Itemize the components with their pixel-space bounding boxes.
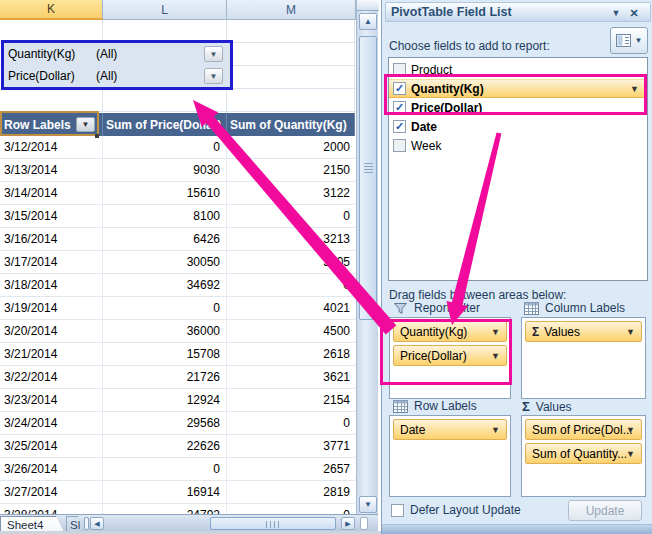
filter-dropdown-button[interactable]: ▼ xyxy=(204,46,223,62)
field-checkbox[interactable] xyxy=(393,139,406,152)
price-cell[interactable]: 22626 xyxy=(103,435,227,457)
field-item-week[interactable]: Week xyxy=(389,136,647,155)
date-cell[interactable]: 3/18/2014 xyxy=(0,274,103,296)
quantity-cell[interactable]: 2150 xyxy=(227,159,355,181)
vertical-scroll-thumb[interactable] xyxy=(359,36,377,320)
field-item-product[interactable]: Product xyxy=(389,60,647,79)
date-cell[interactable]: 3/13/2014 xyxy=(0,159,103,181)
quantity-cell[interactable]: 2154 xyxy=(227,389,355,411)
price-cell[interactable]: 6426 xyxy=(103,228,227,250)
date-cell[interactable]: 3/12/2014 xyxy=(0,136,103,158)
quantity-cell[interactable]: 0 xyxy=(227,274,355,296)
date-cell[interactable]: 3/27/2014 xyxy=(0,481,103,503)
chevron-down-icon[interactable]: ▼ xyxy=(491,425,500,435)
vertical-scrollbar[interactable]: ▲ ▼ xyxy=(356,0,378,514)
field-checkbox[interactable] xyxy=(393,63,406,76)
date-cell[interactable]: 3/19/2014 xyxy=(0,297,103,319)
quantity-cell[interactable]: 4500 xyxy=(227,320,355,342)
quantity-cell[interactable]: 0 xyxy=(227,205,355,227)
quantity-cell[interactable]: 4021 xyxy=(227,297,355,319)
close-button[interactable]: ✕ xyxy=(626,6,642,20)
date-cell[interactable]: 3/22/2014 xyxy=(0,366,103,388)
update-button[interactable]: Update xyxy=(568,500,642,521)
chevron-down-icon[interactable]: ▼ xyxy=(626,449,635,459)
field-item-price-dollar-[interactable]: ✓Price(Dollar) xyxy=(389,98,647,117)
chevron-down-icon[interactable]: ▼ xyxy=(491,327,500,337)
area-field-button-sum-of-quantity-[interactable]: Sum of Quantity...▼ xyxy=(525,443,642,464)
report-filter-area[interactable]: Quantity(Kg)▼Price(Dollar)▼ xyxy=(389,317,511,399)
area-field-button-quantity-kg-[interactable]: Quantity(Kg)▼ xyxy=(393,321,507,342)
price-cell[interactable]: 8100 xyxy=(103,205,227,227)
area-field-button-price-dollar-[interactable]: Price(Dollar)▼ xyxy=(393,345,507,366)
field-checkbox[interactable]: ✓ xyxy=(393,82,406,95)
column-header-l[interactable]: L xyxy=(103,0,227,20)
field-list-layout-button[interactable]: ▼ xyxy=(610,27,648,54)
quantity-cell[interactable]: 0 xyxy=(227,412,355,434)
date-cell[interactable]: 3/20/2014 xyxy=(0,320,103,342)
price-cell[interactable]: 15610 xyxy=(103,182,227,204)
scroll-right-button[interactable]: ▶ xyxy=(341,517,355,530)
horizontal-scroll-thumb[interactable] xyxy=(210,517,336,530)
price-cell[interactable]: 29568 xyxy=(103,412,227,434)
quantity-cell[interactable]: 3122 xyxy=(227,182,355,204)
defer-checkbox[interactable] xyxy=(391,504,404,517)
scroll-up-button[interactable]: ▲ xyxy=(359,13,377,30)
chevron-down-icon[interactable]: ▼ xyxy=(626,327,635,337)
date-cell[interactable]: 3/16/2014 xyxy=(0,228,103,250)
area-field-button-values[interactable]: ΣValues▼ xyxy=(525,321,642,342)
column-labels-area[interactable]: ΣValues▼ xyxy=(521,317,646,399)
quantity-cell[interactable]: 2819 xyxy=(227,481,355,503)
values-area[interactable]: Sum of Price(Dol...▼Sum of Quantity...▼ xyxy=(521,415,646,497)
quantity-cell[interactable]: 3213 xyxy=(227,228,355,250)
quantity-cell[interactable]: 2000 xyxy=(227,136,355,158)
quantity-cell[interactable]: 2618 xyxy=(227,343,355,365)
date-cell[interactable]: 3/24/2014 xyxy=(0,412,103,434)
price-cell[interactable]: 36000 xyxy=(103,320,227,342)
pane-title-bar[interactable]: PivotTable Field List ▼ ✕ xyxy=(385,2,651,22)
scroll-left-button[interactable]: ◀ xyxy=(90,517,104,530)
price-cell[interactable]: 0 xyxy=(103,458,227,480)
sheet-tab-next[interactable]: Sl xyxy=(66,516,83,532)
price-cell[interactable]: 15708 xyxy=(103,343,227,365)
field-item-date[interactable]: ✓Date xyxy=(389,117,647,136)
quantity-cell[interactable]: 3771 xyxy=(227,435,355,457)
sheet-tab-sheet4[interactable]: Sheet4 xyxy=(0,516,64,532)
fill-handle[interactable] xyxy=(95,134,99,138)
price-cell[interactable]: 9030 xyxy=(103,159,227,181)
area-field-button-date[interactable]: Date▼ xyxy=(393,419,507,440)
price-cell[interactable]: 12924 xyxy=(103,389,227,411)
sum-quantity-header[interactable]: Sum of Quantity(Kg) xyxy=(227,113,355,136)
field-checkbox[interactable]: ✓ xyxy=(393,101,406,114)
area-field-button-sum-of-price-dol-[interactable]: Sum of Price(Dol...▼ xyxy=(525,419,642,440)
quantity-cell[interactable]: 3621 xyxy=(227,366,355,388)
split-handle[interactable] xyxy=(357,0,379,11)
date-cell[interactable]: 3/26/2014 xyxy=(0,458,103,480)
field-item-quantity-kg-[interactable]: ✓Quantity(Kg)▼ xyxy=(389,79,647,98)
row-labels-area[interactable]: Date▼ xyxy=(389,415,511,497)
date-cell[interactable]: 3/17/2014 xyxy=(0,251,103,273)
column-header-k[interactable]: K xyxy=(0,0,103,20)
tab-split-handle[interactable] xyxy=(84,517,89,530)
chevron-down-icon[interactable]: ▼ xyxy=(630,84,639,94)
chevron-down-icon[interactable]: ▼ xyxy=(626,425,635,435)
price-cell[interactable]: 21726 xyxy=(103,366,227,388)
filter-dropdown-button[interactable]: ▼ xyxy=(204,68,223,84)
date-cell[interactable]: 3/15/2014 xyxy=(0,205,103,227)
price-cell[interactable]: 34692 xyxy=(103,274,227,296)
date-cell[interactable]: 3/14/2014 xyxy=(0,182,103,204)
date-cell[interactable]: 3/25/2014 xyxy=(0,435,103,457)
price-cell[interactable]: 0 xyxy=(103,136,227,158)
date-cell[interactable]: 3/23/2014 xyxy=(0,389,103,411)
quantity-cell[interactable]: 2657 xyxy=(227,458,355,480)
price-cell[interactable]: 16914 xyxy=(103,481,227,503)
field-checkbox[interactable]: ✓ xyxy=(393,120,406,133)
quantity-cell[interactable]: 3005 xyxy=(227,251,355,273)
scroll-down-button[interactable]: ▼ xyxy=(359,496,377,513)
chevron-down-icon[interactable]: ▼ xyxy=(491,351,500,361)
price-cell[interactable]: 0 xyxy=(103,297,227,319)
column-header-m[interactable]: M xyxy=(227,0,356,20)
sum-price-header[interactable]: Sum of Price(Dollar) xyxy=(103,113,227,136)
pane-menu-button[interactable]: ▼ xyxy=(608,6,624,20)
date-cell[interactable]: 3/21/2014 xyxy=(0,343,103,365)
price-cell[interactable]: 30050 xyxy=(103,251,227,273)
